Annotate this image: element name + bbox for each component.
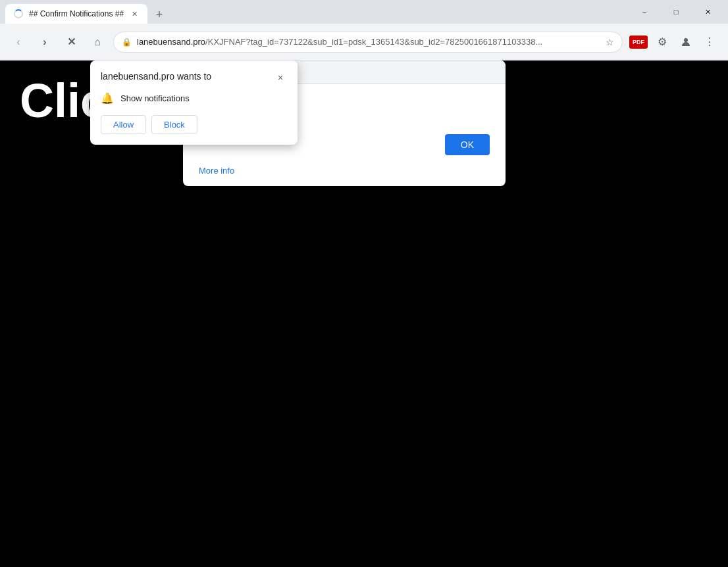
- reload-button[interactable]: ✕: [61, 32, 82, 53]
- toolbar-icons: PDF ⚙ ⋮: [628, 32, 720, 53]
- chrome-window: ## Confirm Notifications ## ✕ + − □ ✕ ‹ …: [0, 0, 728, 567]
- notif-permission-row: 🔔 Show notifications: [101, 92, 287, 105]
- url-display: lanebuensand.pro/KXJFNAF?tag_id=737122&s…: [137, 37, 598, 47]
- window-controls: − □ ✕: [629, 1, 723, 22]
- svg-point-0: [684, 38, 688, 42]
- extension-icon[interactable]: ⚙: [652, 32, 673, 53]
- omnibox[interactable]: 🔒 lanebuensand.pro/KXJFNAF?tag_id=737122…: [113, 32, 623, 53]
- tab-title: ## Confirm Notifications ##: [29, 9, 124, 18]
- tab-strip: ## Confirm Notifications ## ✕ +: [5, 0, 624, 24]
- notif-block-button[interactable]: Block: [151, 115, 197, 134]
- forward-button[interactable]: ›: [34, 32, 55, 53]
- notif-permission-text: Show notifications: [120, 93, 190, 103]
- security-icon: 🔒: [122, 37, 132, 47]
- new-tab-button[interactable]: +: [150, 5, 169, 24]
- notif-action-buttons: Allow Block: [101, 115, 287, 134]
- back-button[interactable]: ‹: [8, 32, 29, 53]
- notif-allow-button[interactable]: Allow: [101, 115, 146, 134]
- bookmark-star-icon[interactable]: ☆: [606, 37, 614, 47]
- alert-more-info-link[interactable]: More info: [183, 166, 506, 186]
- active-tab[interactable]: ## Confirm Notifications ## ✕: [5, 4, 147, 24]
- address-bar: ‹ › ✕ ⌂ 🔒 lanebuensand.pro/KXJFNAF?tag_i…: [0, 24, 728, 61]
- tab-favicon: [13, 9, 24, 19]
- notif-dialog-header: lanebuensand.pro wants to ×: [101, 71, 287, 84]
- close-button[interactable]: ✕: [692, 1, 723, 22]
- notif-dialog-title: lanebuensand.pro wants to: [101, 71, 211, 82]
- url-host: lanebuensand.pro: [137, 37, 205, 47]
- page-content: Clic ou are not lanebuensand.pro wants t…: [0, 61, 728, 567]
- title-bar: ## Confirm Notifications ## ✕ + − □ ✕: [0, 0, 728, 24]
- tab-loading-spinner: [14, 9, 23, 18]
- notification-permission-dialog: lanebuensand.pro wants to × 🔔 Show notif…: [90, 61, 298, 145]
- maximize-button[interactable]: □: [661, 1, 691, 22]
- home-button[interactable]: ⌂: [87, 32, 108, 53]
- pdf-icon-button[interactable]: PDF: [628, 32, 649, 53]
- bell-icon: 🔔: [101, 92, 114, 105]
- notif-close-button[interactable]: ×: [274, 71, 287, 84]
- tab-close-button[interactable]: ✕: [129, 9, 140, 19]
- minimize-button[interactable]: −: [629, 1, 660, 22]
- alert-ok-button[interactable]: OK: [445, 134, 490, 155]
- pdf-badge: PDF: [629, 36, 648, 49]
- url-path: /KXJFNAF?tag_id=737122&sub_id1=pdsk_1365…: [205, 37, 542, 47]
- chrome-menu-button[interactable]: ⋮: [699, 32, 720, 53]
- profile-icon[interactable]: [675, 32, 696, 53]
